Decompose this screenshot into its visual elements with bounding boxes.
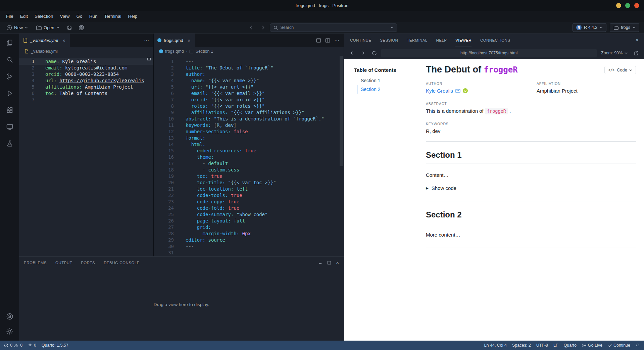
code-line[interactable]: 15 embed-resources: true bbox=[154, 148, 344, 154]
close-panel-icon[interactable]: × bbox=[636, 37, 639, 43]
extensions-icon[interactable] bbox=[5, 106, 14, 114]
code-line[interactable]: 29editor: source bbox=[154, 237, 344, 243]
language-mode[interactable]: Quarto bbox=[564, 343, 577, 348]
code-line[interactable]: 26 page-layout: full bbox=[154, 218, 344, 224]
url-field[interactable]: http://localhost:7075/frogs.html bbox=[381, 49, 597, 57]
project-selector[interactable]: frogs bbox=[610, 23, 639, 32]
notifications-bell-icon[interactable] bbox=[636, 343, 640, 348]
code-line[interactable]: 3orcid: 0000-0002-9223-8854 bbox=[19, 71, 153, 78]
close-window-button[interactable] bbox=[634, 3, 639, 8]
more-actions-icon[interactable]: ⋯ bbox=[334, 37, 340, 43]
show-code-toggle[interactable]: ▶Show code bbox=[426, 185, 636, 191]
breadcrumb-file[interactable]: _variables.yml bbox=[31, 49, 58, 54]
tab-viewer[interactable]: VIEWER bbox=[455, 34, 472, 47]
open-external-icon[interactable] bbox=[632, 49, 640, 57]
code-line[interactable]: 1name: Kyle Grealis bbox=[19, 58, 153, 65]
viewer-back-icon[interactable] bbox=[348, 49, 356, 57]
go-live-button[interactable]: Go Live bbox=[582, 343, 602, 348]
interpreter-selector[interactable]: R R 4.4.2 bbox=[573, 23, 606, 32]
explorer-icon[interactable] bbox=[5, 39, 14, 47]
reload-icon[interactable] bbox=[370, 49, 378, 57]
continue-button[interactable]: Continue bbox=[608, 343, 630, 348]
menu-terminal[interactable]: Terminal bbox=[101, 12, 125, 20]
source-control-icon[interactable] bbox=[5, 72, 14, 81]
search-icon[interactable] bbox=[5, 56, 14, 64]
code-line[interactable]: 30--- bbox=[154, 243, 344, 250]
code-line[interactable]: 7 bbox=[19, 97, 153, 103]
account-icon[interactable] bbox=[5, 312, 14, 320]
menu-help[interactable]: Help bbox=[125, 12, 141, 20]
code-line[interactable]: 2email: kylegrealis@icloud.com bbox=[19, 65, 153, 71]
panel-tab-debug-console[interactable]: DEBUG CONSOLE bbox=[104, 261, 140, 265]
code-line[interactable]: 10abstract: "This is a demonstration of … bbox=[154, 116, 344, 122]
tab-continue[interactable]: CONTINUE bbox=[350, 34, 371, 47]
viewer-forward-icon[interactable] bbox=[359, 49, 367, 57]
quarto-version[interactable]: Quarto: 1.5.57 bbox=[42, 343, 68, 348]
code-line[interactable]: 21 toc-location: left bbox=[154, 186, 344, 192]
qmd-editor[interactable]: 1---2title: "The Debut of `froggeR`"3aut… bbox=[154, 56, 344, 256]
panel-tab-ports[interactable]: PORTS bbox=[81, 261, 95, 265]
email-icon[interactable] bbox=[455, 89, 460, 93]
tab-frogs-qmd[interactable]: frogs.qmd × bbox=[154, 34, 195, 47]
code-line[interactable]: 3author: bbox=[154, 71, 344, 78]
code-line[interactable]: 12number-sections: false bbox=[154, 129, 344, 135]
close-tab-icon[interactable]: × bbox=[187, 38, 191, 43]
code-line[interactable]: 18 - custom.scss bbox=[154, 167, 344, 173]
split-editor-icon[interactable] bbox=[325, 38, 330, 43]
code-line[interactable]: 9 affiliations: "{{< var affiliations >}… bbox=[154, 109, 344, 116]
more-actions-icon[interactable]: ⋯ bbox=[144, 37, 149, 43]
editor-layout-icon[interactable] bbox=[316, 38, 321, 43]
code-line[interactable]: 6 email: "{{< var email >}}" bbox=[154, 90, 344, 97]
tab-terminal[interactable]: TERMINAL bbox=[407, 34, 427, 47]
code-line[interactable]: 28 margin-width: 0px bbox=[154, 231, 344, 237]
menu-selection[interactable]: Selection bbox=[31, 12, 57, 20]
menu-run[interactable]: Run bbox=[86, 12, 101, 20]
breadcrumb-section[interactable]: Section 1 bbox=[196, 49, 213, 54]
panel-close-icon[interactable]: × bbox=[336, 260, 339, 265]
zoom-selector[interactable]: Zoom: 90% bbox=[600, 51, 629, 55]
panel-maximize-icon[interactable] bbox=[327, 261, 331, 265]
encoding[interactable]: UTF-8 bbox=[536, 343, 548, 348]
code-line[interactable]: 17 - default bbox=[154, 160, 344, 167]
run-and-debug-icon[interactable] bbox=[5, 89, 14, 97]
code-line[interactable]: 11keywords: [R, dev] bbox=[154, 122, 344, 129]
panel-minimize-icon[interactable] bbox=[318, 260, 323, 265]
code-line[interactable]: 24 code-fold: true bbox=[154, 205, 344, 211]
menu-go[interactable]: Go bbox=[73, 12, 86, 20]
code-line[interactable]: 20 toc-title: "{{< var toc >}}" bbox=[154, 180, 344, 186]
panel-tab-problems[interactable]: PROBLEMS bbox=[24, 261, 47, 265]
remote-explorer-icon[interactable] bbox=[5, 123, 14, 131]
new-button[interactable]: New bbox=[4, 23, 30, 32]
code-line[interactable]: 7 orcid: "{{< var orcid >}}" bbox=[154, 97, 344, 103]
navigate-back-button[interactable] bbox=[247, 23, 256, 32]
toc-item[interactable]: Section 2 bbox=[357, 85, 426, 94]
tab-connections[interactable]: CONNECTIONS bbox=[480, 34, 510, 47]
code-line[interactable]: 4 name: "{{< var name >}}" bbox=[154, 78, 344, 84]
yml-editor[interactable]: 1name: Kyle Grealis2email: kylegrealis@i… bbox=[19, 56, 153, 256]
code-line[interactable]: 14 html: bbox=[154, 141, 344, 148]
testing-icon[interactable] bbox=[5, 140, 14, 148]
minimize-button[interactable] bbox=[616, 3, 621, 8]
menu-view[interactable]: View bbox=[57, 12, 73, 20]
indentation[interactable]: Spaces: 2 bbox=[512, 343, 531, 348]
panel-tab-output[interactable]: OUTPUT bbox=[55, 261, 72, 265]
maximize-button[interactable] bbox=[625, 3, 630, 8]
close-tab-icon[interactable]: × bbox=[62, 38, 66, 43]
breadcrumb-file[interactable]: frogs.qmd bbox=[165, 49, 184, 54]
code-line[interactable]: 5 url: "{{< var url >}}" bbox=[154, 84, 344, 90]
code-line[interactable]: 6toc: Table of Contents bbox=[19, 90, 153, 97]
code-line[interactable]: 23 code-copy: true bbox=[154, 199, 344, 205]
code-line[interactable]: 13format: bbox=[154, 135, 344, 141]
save-all-button[interactable] bbox=[77, 23, 86, 32]
open-button[interactable]: Open bbox=[34, 23, 62, 32]
code-line[interactable]: 2title: "The Debut of `froggeR`" bbox=[154, 65, 344, 71]
code-line[interactable]: 5affiliations: Amphibian Project bbox=[19, 84, 153, 90]
orcid-icon[interactable]: iD bbox=[463, 88, 468, 93]
tab-help[interactable]: HELP bbox=[436, 34, 447, 47]
code-line[interactable]: 16 theme: bbox=[154, 154, 344, 160]
code-line[interactable]: 8 roles: "{{< var roles >}}" bbox=[154, 103, 344, 109]
problems-indicator[interactable]: 0 0 bbox=[4, 343, 22, 348]
code-line[interactable]: 31 bbox=[154, 250, 344, 256]
menu-file[interactable]: File bbox=[3, 12, 17, 20]
code-line[interactable]: 4url: https://github.com/kyleGrealis bbox=[19, 78, 153, 84]
